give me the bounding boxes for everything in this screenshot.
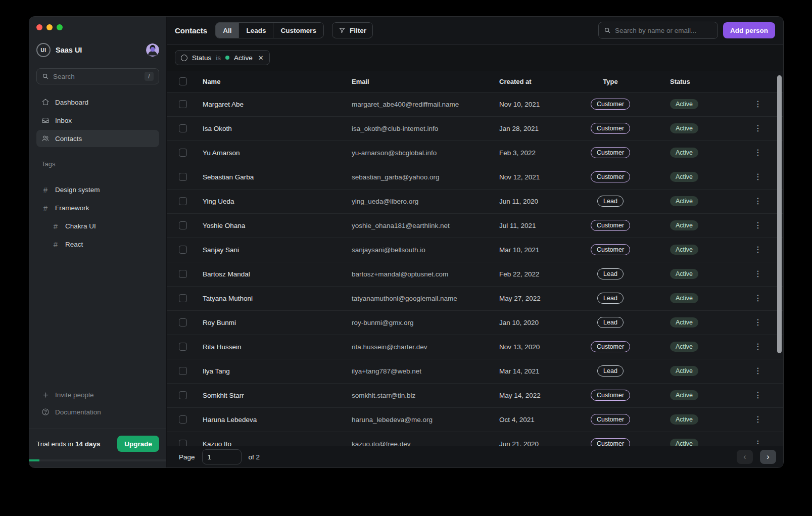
user-avatar[interactable] (146, 43, 159, 57)
tag-item-chakra-ui[interactable]: # Chakra UI (36, 217, 159, 234)
column-header-email: Email (352, 78, 499, 85)
contact-created-at: Jan 28, 2021 (499, 125, 570, 132)
select-all-checkbox[interactable] (179, 77, 187, 85)
table-row[interactable]: Ying Ueda ying_ueda@libero.org Jun 11, 2… (167, 190, 783, 214)
contact-name: Sebastian Garba (203, 173, 352, 181)
trial-progress-bar (29, 459, 166, 461)
table-row[interactable]: Margaret Abe margaret_abe400@rediffmail.… (167, 92, 783, 117)
page-label: Page (179, 453, 195, 461)
table-row[interactable]: Sanjay Sani sanjaysani@bellsouth.io Mar … (167, 238, 783, 262)
tag-label: Chakra UI (65, 222, 96, 230)
footer-link-label: Documentation (55, 408, 101, 416)
row-checkbox[interactable] (179, 270, 187, 278)
close-window-button[interactable] (36, 24, 42, 30)
row-actions-kebab-icon[interactable]: ⋮ (754, 367, 762, 375)
row-checkbox[interactable] (179, 391, 187, 399)
filter-button[interactable]: Filter (332, 22, 373, 38)
sidebar-item-inbox[interactable]: Inbox (36, 112, 159, 129)
row-actions-kebab-icon[interactable]: ⋮ (754, 149, 762, 157)
row-actions-kebab-icon[interactable]: ⋮ (754, 318, 762, 326)
add-person-button[interactable]: Add person (723, 22, 775, 38)
hash-icon: # (41, 185, 50, 194)
contact-created-at: Nov 13, 2020 (499, 343, 570, 351)
table-row[interactable]: Sebastian Garba sebastian_garba@yahoo.or… (167, 165, 783, 190)
table-row[interactable]: Tatyana Muthoni tatyanamuthoni@googlemai… (167, 287, 783, 311)
status-badge: Active (670, 269, 698, 279)
row-checkbox[interactable] (179, 294, 187, 302)
tag-item-react[interactable]: # React (36, 236, 159, 253)
table-row[interactable]: Roy Bunmi roy-bunmi@gmx.org Jan 10, 2020… (167, 311, 783, 335)
tag-item-framework[interactable]: # Framework (36, 199, 159, 216)
table-row[interactable]: Haruna Lebedeva haruna_lebedeva@me.org O… (167, 408, 783, 432)
upgrade-button[interactable]: Upgrade (117, 436, 159, 452)
status-filter-chip[interactable]: Status is Active ✕ (175, 50, 270, 65)
row-actions-kebab-icon[interactable]: ⋮ (754, 100, 762, 108)
row-checkbox[interactable] (179, 440, 187, 446)
table-row[interactable]: Isa Okoth isa_okoth@club-internet.info J… (167, 117, 783, 141)
row-checkbox[interactable] (179, 343, 187, 351)
table-row[interactable]: Ilya Tang ilya+tang787@web.net Mar 14, 2… (167, 359, 783, 384)
type-badge: Customer (591, 220, 630, 231)
row-checkbox[interactable] (179, 124, 187, 132)
status-badge: Active (670, 172, 698, 182)
previous-page-button[interactable]: ‹ (737, 450, 753, 464)
table-row[interactable]: Bartosz Mandal bartosz+mandal@optusnet.c… (167, 262, 783, 287)
row-checkbox[interactable] (179, 149, 187, 157)
sidebar-item-dashboard[interactable]: Dashboard (36, 93, 159, 111)
page-number-input[interactable] (202, 449, 242, 464)
search-icon (42, 73, 49, 80)
row-actions-kebab-icon[interactable]: ⋮ (754, 124, 762, 132)
contacts-search-input[interactable] (615, 27, 712, 34)
row-actions-kebab-icon[interactable]: ⋮ (754, 294, 762, 302)
row-checkbox[interactable] (179, 246, 187, 254)
next-page-button[interactable]: › (760, 450, 776, 464)
remove-filter-icon[interactable]: ✕ (258, 54, 264, 62)
status-badge: Active (670, 99, 698, 109)
invite-people-link[interactable]: Invite people (36, 386, 159, 403)
contact-created-at: Nov 12, 2021 (499, 173, 570, 181)
funnel-icon (339, 27, 346, 34)
documentation-link[interactable]: Documentation (36, 403, 159, 420)
row-actions-kebab-icon[interactable]: ⋮ (754, 343, 762, 351)
workspace-switcher: UI Saas UI (36, 43, 159, 57)
row-actions-kebab-icon[interactable]: ⋮ (754, 197, 762, 205)
row-actions-kebab-icon[interactable]: ⋮ (754, 270, 762, 278)
type-badge: Lead (597, 317, 624, 328)
table-row[interactable]: Yu Arnarson yu-arnarson@sbcglobal.info F… (167, 141, 783, 165)
row-checkbox[interactable] (179, 100, 187, 108)
row-checkbox[interactable] (179, 173, 187, 181)
row-checkbox[interactable] (179, 367, 187, 375)
contacts-search (598, 22, 718, 39)
table-row[interactable]: Somkhit Starr somkhit.starr@tin.biz May … (167, 384, 783, 408)
row-actions-kebab-icon[interactable]: ⋮ (754, 246, 762, 254)
row-checkbox[interactable] (179, 221, 187, 229)
table-scrollbar-thumb[interactable] (777, 75, 782, 353)
table-row[interactable]: Yoshie Ohana yoshie_ohana181@earthlink.n… (167, 214, 783, 238)
chevron-right-icon: › (767, 452, 769, 461)
filter-operator: is (216, 54, 221, 62)
contact-name: Kazuo Ito (203, 440, 352, 446)
contact-email: yoshie_ohana181@earthlink.net (352, 222, 499, 229)
sidebar-item-contacts[interactable]: Contacts (36, 130, 159, 147)
trial-days-remaining: 14 days (75, 440, 101, 448)
row-actions-kebab-icon[interactable]: ⋮ (754, 440, 762, 446)
sidebar-search-input[interactable] (53, 73, 140, 80)
segment-customers[interactable]: Customers (273, 23, 323, 38)
hash-icon: # (52, 222, 60, 230)
zoom-window-button[interactable] (57, 24, 63, 30)
tag-item-design-system[interactable]: # Design system (36, 181, 159, 198)
row-actions-kebab-icon[interactable]: ⋮ (754, 173, 762, 181)
row-actions-kebab-icon[interactable]: ⋮ (754, 221, 762, 229)
row-actions-kebab-icon[interactable]: ⋮ (754, 391, 762, 399)
table-row[interactable]: Rita Hussein rita.hussein@charter.dev No… (167, 335, 783, 359)
row-checkbox[interactable] (179, 318, 187, 326)
contact-created-at: Oct 4, 2021 (499, 416, 570, 424)
minimize-window-button[interactable] (46, 24, 53, 30)
segment-all[interactable]: All (216, 23, 239, 38)
segment-leads[interactable]: Leads (239, 23, 273, 38)
row-actions-kebab-icon[interactable]: ⋮ (754, 415, 762, 424)
table-row[interactable]: Kazuo Ito kazuo.ito@free.dev Jun 21, 202… (167, 432, 783, 446)
row-checkbox[interactable] (179, 415, 187, 424)
contact-name: Roy Bunmi (203, 319, 352, 326)
row-checkbox[interactable] (179, 197, 187, 205)
